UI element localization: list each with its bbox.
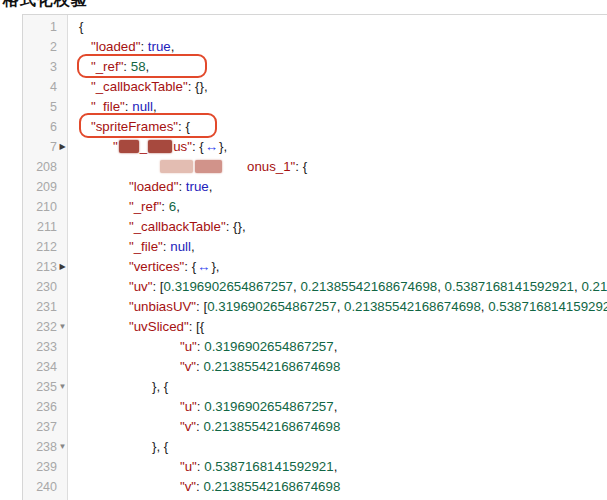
fold-toggle-icon[interactable]: ▼ [57,317,68,337]
code-line-content: "uvSliced": [{ [68,317,607,337]
json-token: : { [192,139,204,154]
line-number-text: 3 [23,57,57,77]
code-line-content: "loaded": true, [68,177,607,197]
json-token: { [79,19,83,34]
code-line: 7▶"_us": {↔}, [23,137,607,157]
json-token: us" [173,139,192,154]
line-number: 234 [23,357,68,377]
json-token: }, [211,259,219,274]
line-number-text: 231 [23,297,57,317]
json-token: true [148,39,171,54]
line-number: 233 [23,337,68,357]
code-line-content: "_file": null, [68,97,607,117]
json-token: 0.3196902654867257 [204,339,333,354]
spacer [114,172,158,173]
code-line-content: onus_1": { [68,157,607,177]
line-number: 210 [23,197,68,217]
line-number-text: 212 [23,237,57,257]
line-number-text: 209 [23,177,57,197]
json-token: "v" [180,419,196,434]
json-token: : {}, [188,79,208,94]
json-token: "_ref" [91,59,123,74]
line-number: 5 [23,97,68,117]
code-line: 5"_file": null, [23,97,607,117]
redacted-text [195,160,222,173]
json-token: null [132,99,153,114]
line-number: 231 [23,297,68,317]
json-token: }, { [152,439,168,454]
line-number: 235▼ [23,377,68,397]
line-number-text: 234 [23,357,57,377]
json-token: "unbiasUV" [129,299,196,314]
line-number: 2 [23,37,68,57]
line-number-text: 5 [23,97,57,117]
json-token: 0.3196902654867257 [204,399,333,414]
code-line-content: "_callbackTable": {}, [68,217,607,237]
code-line: 232▼"uvSliced": [{ [23,317,607,337]
code-line-content: "u": 0.5387168141592921, [68,457,607,477]
line-number-text: 236 [23,397,57,417]
json-token: 0.3196902654867257 [207,299,336,314]
json-token: : [161,199,168,214]
code-line: 1{ [23,17,607,37]
code-line-content: "unbiasUV": [0.3196902654867257, 0.21385… [68,297,607,317]
json-token: }, [219,139,227,154]
code-line: 236"u": 0.3196902654867257, [23,397,607,417]
code-line-content: "vertices": {↔}, [68,257,607,277]
json-token: onus_1" [247,159,295,174]
code-line-content: "u": 0.3196902654867257, [68,397,607,417]
json-token: 0.21385542168674698 [203,419,340,434]
json-token: null [170,239,191,254]
json-token: , [334,399,338,414]
json-token: : { [295,159,307,174]
code-line-content: "u": 0.3196902654867257, [68,337,607,357]
code-line: 3"_ref": 58, [23,57,607,77]
line-number-text: 232 [23,317,57,337]
json-token: 0.5387168141592921 [204,459,333,474]
fold-toggle-icon[interactable]: ▶ [57,137,68,157]
json-code-editor[interactable]: 1{2"loaded": true,3"_ref": 58,4"_callbac… [22,14,607,500]
code-line-content: "v": 0.21385542168674698 [68,357,607,377]
json-token: "_file" [91,99,125,114]
json-token: , [437,279,444,294]
json-token: true [186,179,209,194]
code-line: 240"v": 0.21385542168674698 [23,477,607,497]
json-token: 0.3196902654867257 [164,279,293,294]
spacer [224,172,246,173]
fold-toggle-icon[interactable]: ▶ [57,257,68,277]
fold-placeholder-icon[interactable]: ↔ [196,259,211,274]
json-token: : [123,59,130,74]
line-number-text: 1 [23,17,57,37]
line-number: 230 [23,277,68,297]
code-line: 238▼}, { [23,437,607,457]
fold-placeholder-icon[interactable]: ↔ [204,139,219,154]
json-token: 0.21385542168674698 [300,279,437,294]
json-token: 58 [131,59,146,74]
json-token: "_callbackTable" [91,79,188,94]
json-token: : { [184,259,196,274]
json-token: "loaded" [91,39,140,54]
json-token: "uv" [129,279,152,294]
code-line: 211"_callbackTable": {}, [23,217,607,237]
code-line-content: "v": 0.21385542168674698 [68,417,607,437]
code-line: 230"uv": [0.3196902654867257, 0.21385542… [23,277,607,297]
json-token: " [113,139,118,154]
json-token: "loaded" [129,179,178,194]
fold-toggle-icon[interactable]: ▼ [57,377,68,397]
json-token: : [178,179,185,194]
json-token: "u" [180,339,197,354]
line-number: 6 [23,117,68,137]
json-token: , [176,199,180,214]
json-token: 0.5387168141592921 [488,299,607,314]
code-line-content: "_callbackTable": {}, [68,77,607,97]
json-formatter-page: 格式化校验 1{2"loaded": true,3"_ref": 58,4"_c… [0,0,607,500]
line-number: 240 [23,477,68,497]
json-token: "_callbackTable" [129,219,226,234]
line-number-text: 240 [23,477,57,497]
fold-toggle-icon[interactable]: ▼ [57,437,68,457]
code-line-content: "spriteFrames": { [68,117,607,137]
json-token: 0.21385542168674698 [581,279,607,294]
json-token: 0.21385542168674698 [203,359,340,374]
line-number: 209 [23,177,68,197]
json-token: , [334,339,338,354]
